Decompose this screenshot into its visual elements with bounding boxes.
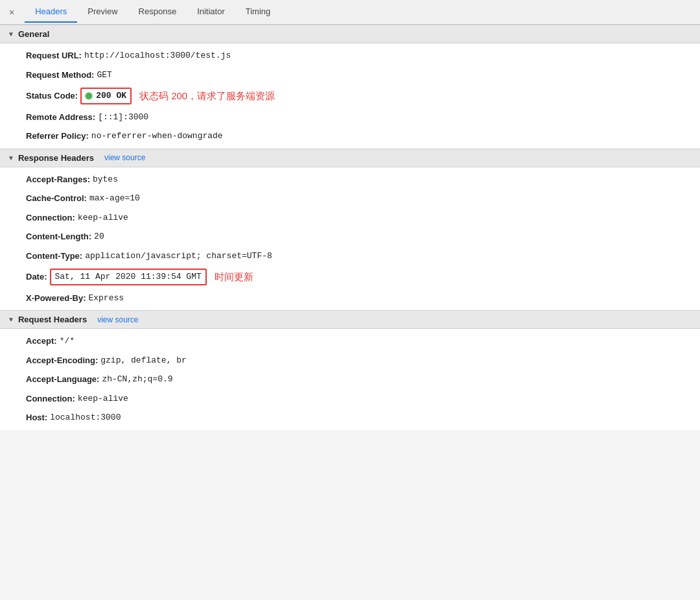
request-connection-value: keep-alive <box>78 392 128 405</box>
content-length-value: 20 <box>94 230 104 243</box>
response-headers-section-content: Accept-Ranges: bytes Cache-Control: max-… <box>0 167 700 311</box>
status-code-annotation: 状态码 200，请求了服务端资源 <box>139 89 275 104</box>
remote-address-row: Remote Address: [::1]:3000 <box>0 108 700 127</box>
accept-encoding-value: gzip, deflate, br <box>100 354 187 367</box>
status-code-value: 200 OK <box>96 90 126 102</box>
host-row: Host: localhost:3000 <box>0 408 700 427</box>
content-length-row: Content-Length: 20 <box>0 227 700 246</box>
x-powered-by-key: X-Powered-By: <box>26 292 86 305</box>
tab-initiator[interactable]: Initiator <box>187 1 235 23</box>
general-section-title: General <box>18 29 49 39</box>
general-section-header[interactable]: ▼ General <box>0 25 700 43</box>
triangle-icon: ▼ <box>8 30 14 38</box>
response-connection-key: Connection: <box>26 211 75 224</box>
referrer-policy-row: Referrer Policy: no-referrer-when-downgr… <box>0 126 700 146</box>
request-method-key: Request Method: <box>26 69 94 82</box>
tab-response[interactable]: Response <box>128 1 187 23</box>
x-powered-by-row: X-Powered-By: Express <box>0 289 700 308</box>
tab-bar: × Headers Preview Response Initiator Tim… <box>0 0 700 25</box>
tab-preview[interactable]: Preview <box>77 1 128 23</box>
accept-encoding-key: Accept-Encoding: <box>26 354 98 367</box>
response-headers-section-title: Response Headers <box>18 153 94 163</box>
status-code-key: Status Code: <box>26 90 78 102</box>
accept-value: */* <box>60 335 75 348</box>
date-box: Sat, 11 Apr 2020 11:39:54 GMT <box>50 269 207 285</box>
response-headers-view-source[interactable]: view source <box>104 153 145 162</box>
request-connection-row: Connection: keep-alive <box>0 389 700 409</box>
cache-control-row: Cache-Control: max-age=10 <box>0 189 700 208</box>
request-method-value: GET <box>97 69 111 82</box>
request-url-key: Request URL: <box>26 49 82 62</box>
request-url-row: Request URL: http://localhost:3000/test.… <box>0 46 700 66</box>
content-length-key: Content-Length: <box>26 230 91 243</box>
referrer-policy-value: no-referrer-when-downgrade <box>91 130 223 143</box>
accept-language-key: Accept-Language: <box>26 373 99 386</box>
remote-address-key: Remote Address: <box>26 111 95 124</box>
request-headers-section-header[interactable]: ▼ Request Headers view source <box>0 310 700 329</box>
status-code-row: Status Code: 200 OK 状态码 200，请求了服务端资源 <box>0 84 700 108</box>
host-key: Host: <box>26 411 47 424</box>
status-dot-green <box>86 93 92 99</box>
response-connection-row: Connection: keep-alive <box>0 208 700 228</box>
accept-ranges-value: bytes <box>93 173 118 186</box>
accept-row: Accept: */* <box>0 331 700 351</box>
request-headers-section-content: Accept: */* Accept-Encoding: gzip, defla… <box>0 329 700 430</box>
accept-ranges-row: Accept-Ranges: bytes <box>0 170 700 189</box>
close-icon[interactable]: × <box>6 5 17 20</box>
cache-control-value: max-age=10 <box>89 192 140 205</box>
accept-key: Accept: <box>26 335 57 348</box>
content-type-value: application/javascript; charset=UTF-8 <box>85 250 272 263</box>
triangle-icon-request: ▼ <box>8 316 14 323</box>
general-section-content: Request URL: http://localhost:3000/test.… <box>0 43 700 149</box>
remote-address-value: [::1]:3000 <box>98 111 148 124</box>
response-connection-value: keep-alive <box>78 211 128 224</box>
date-key: Date: <box>26 270 47 283</box>
accept-language-row: Accept-Language: zh-CN,zh;q=0.9 <box>0 370 700 389</box>
host-value: localhost:3000 <box>50 411 121 424</box>
accept-ranges-key: Accept-Ranges: <box>26 173 90 186</box>
tab-headers[interactable]: Headers <box>25 1 77 23</box>
content-type-key: Content-Type: <box>26 250 82 263</box>
x-powered-by-value: Express <box>88 292 124 305</box>
content-type-row: Content-Type: application/javascript; ch… <box>0 246 700 266</box>
request-method-row: Request Method: GET <box>0 66 700 85</box>
accept-language-value: zh-CN,zh;q=0.9 <box>102 373 172 386</box>
date-row: Date: Sat, 11 Apr 2020 11:39:54 GMT 时间更新 <box>0 265 700 289</box>
response-headers-section-header[interactable]: ▼ Response Headers view source <box>0 149 700 167</box>
status-code-box: 200 OK <box>80 88 132 104</box>
date-annotation: 时间更新 <box>215 270 253 285</box>
triangle-icon-response: ▼ <box>8 154 14 162</box>
request-headers-view-source[interactable]: view source <box>97 315 138 324</box>
cache-control-key: Cache-Control: <box>26 192 87 205</box>
referrer-policy-key: Referrer Policy: <box>26 130 89 143</box>
request-headers-section-title: Request Headers <box>18 315 87 324</box>
request-url-value: http://localhost:3000/test.js <box>84 49 231 62</box>
date-value: Sat, 11 Apr 2020 11:39:54 GMT <box>55 270 202 283</box>
request-connection-key: Connection: <box>26 392 75 405</box>
accept-encoding-row: Accept-Encoding: gzip, deflate, br <box>0 351 700 370</box>
tab-timing[interactable]: Timing <box>235 1 281 23</box>
